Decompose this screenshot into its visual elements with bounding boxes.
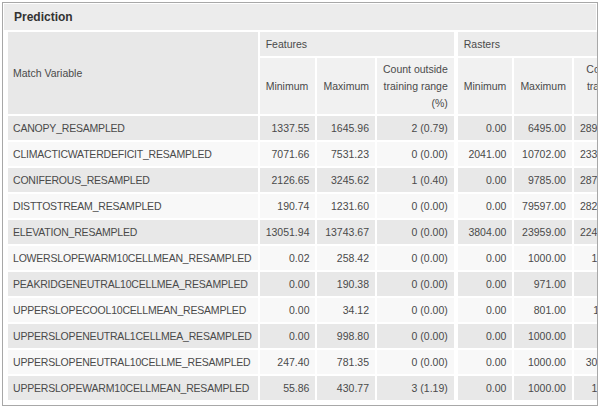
prediction-table: Match Variable Features Rasters Minimum … <box>6 30 598 402</box>
table-row: UPPERSLOPENEUTRAL1CELLMEA_RESAMPLED0.009… <box>8 324 598 348</box>
column-header-rasters-maximum: Maximum <box>514 58 572 114</box>
rasters-maximum-cell: 10702.00 <box>514 142 572 166</box>
rasters-minimum-cell: 3804.00 <box>458 220 513 244</box>
features-minimum-cell: 0.00 <box>260 298 316 322</box>
table-row: UPPERSLOPENEUTRAL10CELLME_RESAMPLED247.4… <box>8 350 598 374</box>
rasters-maximum-cell: 801.00 <box>514 298 572 322</box>
features-minimum-cell: 190.74 <box>260 194 316 218</box>
rasters-minimum-cell: 0.00 <box>458 324 513 348</box>
rasters-count-outside-cell: 233680 (77.44) <box>574 142 598 166</box>
features-minimum-cell: 13051.94 <box>260 220 316 244</box>
rasters-count-outside-cell: 10090 (3.34) <box>574 376 598 400</box>
features-minimum-cell: 7071.66 <box>260 142 316 166</box>
rasters-minimum-cell: 0.00 <box>458 376 513 400</box>
features-count-outside-cell: 0 (0.00) <box>377 272 454 296</box>
rasters-minimum-cell: 0.00 <box>458 246 513 270</box>
rasters-minimum-cell: 0.00 <box>458 116 513 140</box>
rasters-count-outside-cell: 282689 (93.69) <box>574 194 598 218</box>
rasters-maximum-cell: 23959.00 <box>514 220 572 244</box>
features-count-outside-cell: 3 (1.19) <box>377 376 454 400</box>
match-variable-cell: UPPERSLOPECOOL10CELLMEAN_RESAMPLED <box>8 298 258 322</box>
features-maximum-cell: 190.38 <box>317 272 375 296</box>
features-minimum-cell: 1337.55 <box>260 116 316 140</box>
count-outside-label-line3: (%) <box>383 95 448 112</box>
table-row: UPPERSLOPECOOL10CELLMEAN_RESAMPLED0.0034… <box>8 298 598 322</box>
count-outside-label-line2: training range <box>580 78 598 95</box>
rasters-maximum-cell: 1000.00 <box>514 324 572 348</box>
rasters-maximum-cell: 1000.00 <box>514 350 572 374</box>
count-outside-label-line1: Count outside <box>580 61 598 78</box>
prediction-panel: Prediction Match Variable Features Raste… <box>2 2 598 406</box>
rasters-minimum-cell: 0.00 <box>458 194 513 218</box>
table-row: CANOPY_RESAMPLED1337.551645.962 (0.79)0.… <box>8 116 598 140</box>
features-count-outside-cell: 0 (0.00) <box>377 246 454 270</box>
match-variable-cell: LOWERSLOPEWARM10CELLMEAN_RESAMPLED <box>8 246 258 270</box>
match-variable-cell: DISTTOSTREAM_RESAMPLED <box>8 194 258 218</box>
rasters-count-outside-cell: 7893 (2.62) <box>574 272 598 296</box>
rasters-maximum-cell: 1000.00 <box>514 246 572 270</box>
column-header-rasters-count-outside: Count outside training range (%) <box>574 58 598 114</box>
features-count-outside-cell: 0 (0.00) <box>377 220 454 244</box>
features-count-outside-cell: 0 (0.00) <box>377 194 454 218</box>
rasters-minimum-cell: 0.00 <box>458 350 513 374</box>
features-minimum-cell: 247.40 <box>260 350 316 374</box>
prediction-table-container: Match Variable Features Rasters Minimum … <box>3 30 597 402</box>
features-maximum-cell: 1231.60 <box>317 194 375 218</box>
rasters-minimum-cell: 0.00 <box>458 168 513 192</box>
table-row: DISTTOSTREAM_RESAMPLED190.741231.600 (0.… <box>8 194 598 218</box>
rasters-minimum-cell: 2041.00 <box>458 142 513 166</box>
features-minimum-cell: 0.00 <box>260 272 316 296</box>
rasters-maximum-cell: 971.00 <box>514 272 572 296</box>
match-variable-cell: CLIMACTICWATERDEFICIT_RESAMPLED <box>8 142 258 166</box>
features-minimum-cell: 0.02 <box>260 246 316 270</box>
column-header-match-variable: Match Variable <box>8 32 258 114</box>
rasters-minimum-cell: 0.00 <box>458 298 513 322</box>
rasters-count-outside-cell: 11711 (3.88) <box>574 298 598 322</box>
rasters-maximum-cell: 1000.00 <box>514 376 572 400</box>
table-row: ELEVATION_RESAMPLED13051.9413743.670 (0.… <box>8 220 598 244</box>
features-count-outside-cell: 0 (0.00) <box>377 350 454 374</box>
features-maximum-cell: 34.12 <box>317 298 375 322</box>
rasters-count-outside-cell: 30902 (10.24) <box>574 350 598 374</box>
features-count-outside-cell: 0 (0.00) <box>377 298 454 322</box>
match-variable-cell: CANOPY_RESAMPLED <box>8 116 258 140</box>
table-row: CONIFEROUS_RESAMPLED2126.653245.621 (0.4… <box>8 168 598 192</box>
count-outside-label-line3: (%) <box>580 95 598 112</box>
column-group-features: Features <box>260 32 454 56</box>
features-maximum-cell: 258.42 <box>317 246 375 270</box>
features-maximum-cell: 430.77 <box>317 376 375 400</box>
count-outside-label-line2: training range <box>383 78 448 95</box>
rasters-minimum-cell: 0.00 <box>458 272 513 296</box>
features-count-outside-cell: 2 (0.79) <box>377 116 454 140</box>
match-variable-cell: UPPERSLOPENEUTRAL10CELLME_RESAMPLED <box>8 350 258 374</box>
rasters-count-outside-cell: 224941 (74.55) <box>574 220 598 244</box>
features-count-outside-cell: 0 (0.00) <box>377 324 454 348</box>
features-maximum-cell: 13743.67 <box>317 220 375 244</box>
features-maximum-cell: 781.35 <box>317 350 375 374</box>
table-row: LOWERSLOPEWARM10CELLMEAN_RESAMPLED0.0225… <box>8 246 598 270</box>
column-group-rasters: Rasters <box>458 32 598 56</box>
table-row: UPPERSLOPEWARM10CELLMEAN_RESAMPLED55.864… <box>8 376 598 400</box>
rasters-maximum-cell: 9785.00 <box>514 168 572 192</box>
match-variable-cell: ELEVATION_RESAMPLED <box>8 220 258 244</box>
rasters-count-outside-cell: 289551 (95.96) <box>574 116 598 140</box>
features-minimum-cell: 0.00 <box>260 324 316 348</box>
rasters-count-outside-cell: 287276 (95.21) <box>574 168 598 192</box>
rasters-count-outside-cell: 0 (0.00) <box>574 324 598 348</box>
features-count-outside-cell: 1 (0.40) <box>377 168 454 192</box>
column-header-features-minimum: Minimum <box>260 58 316 114</box>
match-variable-cell: CONIFEROUS_RESAMPLED <box>8 168 258 192</box>
table-row: CLIMACTICWATERDEFICIT_RESAMPLED7071.6675… <box>8 142 598 166</box>
table-row: PEAKRIDGENEUTRAL10CELLMEA_RESAMPLED0.001… <box>8 272 598 296</box>
features-minimum-cell: 55.86 <box>260 376 316 400</box>
table-body: CANOPY_RESAMPLED1337.551645.962 (0.79)0.… <box>8 116 598 400</box>
match-variable-cell: UPPERSLOPENEUTRAL1CELLMEA_RESAMPLED <box>8 324 258 348</box>
section-header-prediction[interactable]: Prediction <box>4 4 596 30</box>
rasters-count-outside-cell: 10898 (3.61) <box>574 246 598 270</box>
features-maximum-cell: 3245.62 <box>317 168 375 192</box>
column-header-rasters-minimum: Minimum <box>458 58 513 114</box>
features-maximum-cell: 1645.96 <box>317 116 375 140</box>
match-variable-cell: PEAKRIDGENEUTRAL10CELLMEA_RESAMPLED <box>8 272 258 296</box>
column-header-features-maximum: Maximum <box>317 58 375 114</box>
features-count-outside-cell: 0 (0.00) <box>377 142 454 166</box>
